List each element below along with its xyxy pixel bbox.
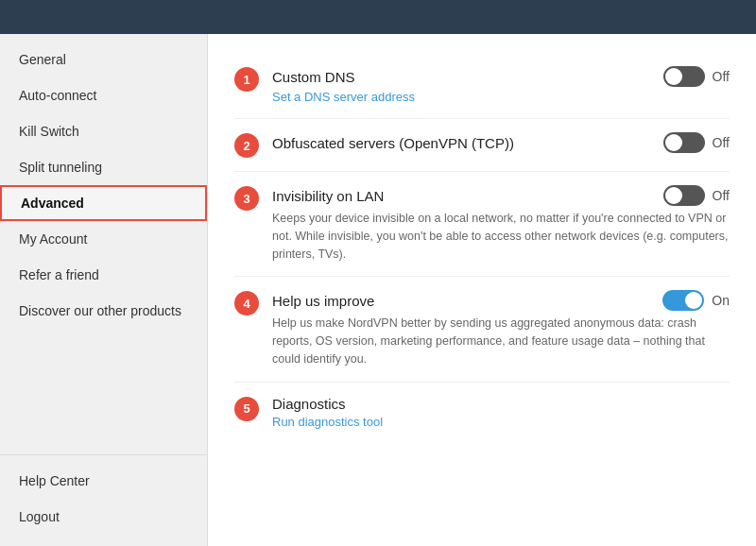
setting-header-0: Custom DNSOff [272, 66, 730, 87]
back-button[interactable] [11, 4, 38, 30]
setting-number-2: 3 [234, 186, 259, 211]
sidebar-item-label: General [19, 52, 66, 67]
sidebar-item-discover-products[interactable]: Discover our other products [0, 293, 207, 329]
sidebar-divider [0, 454, 207, 455]
setting-body-4: DiagnosticsRun diagnostics tool [272, 396, 730, 430]
toggle-track-1 [663, 132, 705, 153]
setting-number-4: 5 [234, 397, 259, 421]
toggle-thumb-2 [665, 187, 682, 204]
sidebar-item-label: Discover our other products [19, 303, 181, 318]
setting-number-0: 1 [234, 67, 259, 92]
setting-item-4: 5DiagnosticsRun diagnostics tool [234, 383, 730, 443]
setting-desc-2: Keeps your device invisible on a local n… [272, 210, 730, 263]
sidebar-main-items: GeneralAuto-connectKill SwitchSplit tunn… [0, 42, 207, 447]
sidebar-item-advanced[interactable]: Advanced [0, 185, 207, 221]
notification-icon[interactable] [597, 4, 624, 30]
sidebar-item-general[interactable]: General [0, 42, 207, 77]
sidebar-item-label: Help Center [19, 473, 90, 488]
sidebar-item-logout[interactable]: Logout [0, 499, 207, 535]
window-controls [597, 4, 745, 30]
titlebar [0, 0, 756, 34]
toggle-thumb-0 [665, 68, 682, 85]
toggle-label-0: Off [713, 69, 730, 84]
toggle-thumb-3 [685, 292, 702, 309]
setting-item-1: 2Obfuscated servers (OpenVPN (TCP))Off [234, 119, 730, 172]
sidebar-item-refer-a-friend[interactable]: Refer a friend [0, 257, 207, 293]
sidebar-item-label: Advanced [21, 196, 84, 211]
toggle-3[interactable] [662, 290, 704, 311]
sidebar: GeneralAuto-connectKill SwitchSplit tunn… [0, 34, 208, 546]
sidebar-item-label: Logout [19, 509, 60, 524]
minimize-button[interactable] [658, 4, 684, 30]
setting-desc-3: Help us make NordVPN better by sending u… [272, 315, 730, 367]
sidebar-item-label: Refer a friend [19, 267, 99, 282]
setting-item-2: 3Invisibility on LANOffKeeps your device… [234, 172, 730, 277]
sidebar-item-auto-connect[interactable]: Auto-connect [0, 77, 207, 113]
toggle-track-0 [663, 66, 705, 87]
setting-body-3: Help us improveOnHelp us make NordVPN be… [272, 290, 730, 367]
sidebar-item-kill-switch[interactable]: Kill Switch [0, 113, 207, 149]
content-area: 1Custom DNSOffSet a DNS server address2O… [208, 34, 756, 546]
setting-body-1: Obfuscated servers (OpenVPN (TCP))Off [272, 132, 730, 153]
setting-title-1: Obfuscated servers (OpenVPN (TCP)) [272, 135, 514, 151]
toggle-0[interactable] [663, 66, 705, 87]
toggle-label-1: Off [713, 135, 730, 150]
toggle-track-3 [662, 290, 704, 311]
setting-header-2: Invisibility on LANOff [272, 185, 730, 206]
sidebar-bottom-items: Help CenterLogout [0, 463, 207, 546]
toggle-area-0: Off [663, 66, 730, 87]
toggle-label-3: On [712, 293, 730, 308]
sidebar-item-help-center[interactable]: Help Center [0, 463, 207, 499]
setting-item-0: 1Custom DNSOffSet a DNS server address [234, 53, 730, 119]
setting-link-0[interactable]: Set a DNS server address [272, 90, 415, 104]
setting-body-0: Custom DNSOffSet a DNS server address [272, 66, 730, 105]
sidebar-item-label: Kill Switch [19, 124, 79, 139]
maximize-button[interactable] [688, 4, 714, 30]
setting-title-2: Invisibility on LAN [272, 188, 384, 204]
toggle-label-2: Off [713, 188, 730, 203]
toggle-track-2 [663, 185, 705, 206]
setting-header-1: Obfuscated servers (OpenVPN (TCP))Off [272, 132, 730, 153]
setting-body-2: Invisibility on LANOffKeeps your device … [272, 185, 730, 263]
setting-title-4: Diagnostics [272, 396, 346, 412]
sidebar-item-label: My Account [19, 231, 87, 247]
close-button[interactable] [718, 4, 745, 30]
sidebar-item-split-tunneling[interactable]: Split tunneling [0, 149, 207, 185]
setting-number-3: 4 [234, 291, 259, 316]
setting-number-1: 2 [234, 133, 259, 158]
toggle-area-1: Off [663, 132, 730, 153]
sidebar-item-label: Auto-connect [19, 88, 97, 103]
setting-title-3: Help us improve [272, 293, 374, 309]
toggle-area-2: Off [663, 185, 730, 206]
sidebar-item-my-account[interactable]: My Account [0, 221, 207, 257]
sidebar-item-label: Split tunneling [19, 160, 102, 175]
toggle-1[interactable] [663, 132, 705, 153]
setting-link-4[interactable]: Run diagnostics tool [272, 415, 383, 429]
setting-title-0: Custom DNS [272, 69, 355, 85]
toggle-area-3: On [662, 290, 730, 311]
setting-header-3: Help us improveOn [272, 290, 730, 311]
toggle-thumb-1 [665, 134, 682, 151]
app-body: GeneralAuto-connectKill SwitchSplit tunn… [0, 34, 756, 546]
toggle-2[interactable] [663, 185, 705, 206]
setting-header-4: Diagnostics [272, 396, 730, 412]
setting-item-3: 4Help us improveOnHelp us make NordVPN b… [234, 277, 730, 382]
settings-icon[interactable] [627, 4, 654, 30]
